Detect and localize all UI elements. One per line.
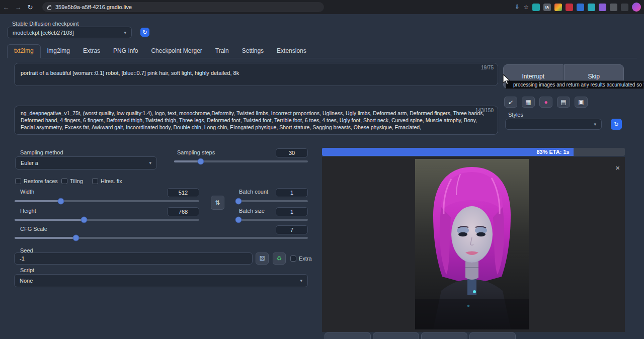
- slider-handle[interactable]: [57, 198, 64, 205]
- batch-size-label: Batch size: [239, 208, 265, 214]
- width-slider[interactable]: [15, 200, 199, 202]
- tab-png-info[interactable]: PNG Info: [107, 45, 144, 58]
- height-slider[interactable]: [15, 219, 199, 221]
- sd-webui: Stable Diffusion checkpoint model.ckpt […: [0, 14, 644, 339]
- generated-image[interactable]: [415, 159, 529, 329]
- hires-fix-checkbox[interactable]: [92, 178, 98, 184]
- slider-handle[interactable]: [235, 217, 242, 223]
- progress-fill: 83% ETA: 1s: [322, 148, 574, 156]
- script-value: None: [20, 278, 33, 284]
- cfg-scale-input[interactable]: [276, 225, 308, 234]
- tiling-checkbox[interactable]: [61, 178, 67, 184]
- batch-count-input[interactable]: [276, 188, 308, 197]
- save-style-button[interactable]: ▣: [575, 97, 588, 108]
- checkpoint-dropdown[interactable]: model.ckpt [cc6cb27103] ▾: [7, 27, 132, 38]
- gallery-action-button[interactable]: [325, 332, 371, 339]
- browser-extension-icon[interactable]: [599, 4, 606, 11]
- swap-width-height-button[interactable]: ⇅: [211, 196, 224, 210]
- cfg-scale-slider[interactable]: [15, 237, 308, 239]
- paste-generation-params-button[interactable]: ↙: [504, 97, 517, 108]
- negative-prompt-token-counter: 143/150: [475, 108, 494, 113]
- sampling-steps-label: Sampling steps: [177, 149, 215, 155]
- tab-extras[interactable]: Extras: [76, 45, 107, 58]
- extra-seed-checkbox[interactable]: [290, 256, 296, 262]
- batch-size-input[interactable]: [276, 207, 308, 216]
- browser-extension-icon[interactable]: [554, 4, 562, 11]
- styles-dropdown[interactable]: ▾: [505, 119, 602, 130]
- back-icon[interactable]: ←: [0, 4, 12, 11]
- tab-settings[interactable]: Settings: [235, 45, 270, 58]
- hires-fix-label: Hires. fix: [101, 178, 122, 184]
- screen: ← → ↻ 359e5b9a-a5ff-4216.gradio.live ⇩ ☆…: [0, 0, 644, 339]
- tab-txt2img[interactable]: txt2img: [7, 44, 41, 58]
- browser-extension-icon[interactable]: [566, 4, 573, 11]
- negative-prompt-input[interactable]: ng_deepnegative_v1_75t, (worst quality, …: [15, 106, 498, 134]
- height-input[interactable]: [167, 207, 199, 216]
- profile-avatar[interactable]: [632, 3, 641, 12]
- slider-handle[interactable]: [235, 198, 242, 205]
- restore-faces-label: Restore faces: [24, 178, 58, 184]
- forward-icon[interactable]: →: [12, 4, 24, 11]
- tab-extensions[interactable]: Extensions: [270, 45, 313, 58]
- width-label: Width: [20, 189, 34, 195]
- browser-extension-icon[interactable]: [588, 4, 595, 11]
- reload-icon[interactable]: ↻: [24, 4, 36, 11]
- sampling-steps-slider[interactable]: [174, 160, 308, 162]
- output-gallery: ×: [322, 157, 625, 332]
- extra-networks-icon: ●: [544, 99, 547, 106]
- browser-extension-icon[interactable]: [577, 4, 584, 11]
- download-icon[interactable]: ⇩: [515, 4, 520, 11]
- checkpoint-label: Stable Diffusion checkpoint: [12, 21, 79, 27]
- script-label: Script: [20, 267, 34, 273]
- prompt-token-counter: 19/75: [481, 65, 494, 70]
- tab-checkpoint-merger[interactable]: Checkpoint Merger: [144, 45, 208, 58]
- slider-handle[interactable]: [198, 158, 204, 165]
- tab-train[interactable]: Train: [209, 45, 235, 58]
- tiling-label: Tiling: [70, 178, 83, 184]
- gallery-action-button[interactable]: [469, 332, 516, 339]
- browser-toolbar-right: ⇩ ☆ IA: [515, 0, 641, 14]
- url-text[interactable]: 359e5b9a-a5ff-4216.gradio.live: [55, 4, 132, 10]
- random-seed-button[interactable]: ⚄: [256, 252, 269, 265]
- sampling-method-value: Euler a: [21, 160, 38, 166]
- batch-size-slider[interactable]: [235, 219, 308, 221]
- browser-chrome: ← → ↻ 359e5b9a-a5ff-4216.gradio.live ⇩ ☆…: [0, 0, 644, 14]
- clear-prompt-button[interactable]: ▦: [522, 97, 535, 108]
- address-bar[interactable]: 359e5b9a-a5ff-4216.gradio.live: [42, 2, 324, 12]
- interrupt-tooltip: processing images and return any results…: [506, 80, 644, 89]
- cfg-scale-label: CFG Scale: [20, 226, 47, 232]
- styles-label: Styles: [508, 112, 523, 118]
- reuse-seed-button[interactable]: ♻: [273, 252, 286, 265]
- refresh-styles-button[interactable]: ↻: [611, 119, 622, 130]
- side-panel-icon[interactable]: [621, 4, 628, 11]
- save-style-icon: ▣: [578, 99, 584, 106]
- slider-handle[interactable]: [80, 217, 87, 223]
- tabs-divider: [7, 58, 637, 58]
- close-preview-icon[interactable]: ×: [615, 164, 620, 172]
- sampling-steps-input[interactable]: [276, 148, 308, 157]
- browser-extension-icon[interactable]: [532, 4, 540, 11]
- batch-count-slider[interactable]: [235, 200, 308, 202]
- slider-handle[interactable]: [73, 235, 79, 241]
- prompt-input[interactable]: portrait of a beautiful [woman::0.1] rob…: [15, 63, 498, 86]
- batch-count-label: Batch count: [239, 189, 268, 195]
- tab-img2img[interactable]: img2img: [41, 45, 76, 58]
- width-input[interactable]: [167, 188, 199, 197]
- gallery-action-button[interactable]: [373, 332, 419, 339]
- progress-bar: 83% ETA: 1s: [322, 148, 625, 156]
- bookmark-star-icon[interactable]: ☆: [523, 4, 529, 11]
- extra-networks-button[interactable]: ●: [539, 97, 552, 108]
- sampling-method-dropdown[interactable]: Euler a ▾: [15, 156, 157, 170]
- seed-input[interactable]: [14, 252, 253, 265]
- restore-faces-checkbox[interactable]: [15, 178, 21, 184]
- chevron-down-icon: ▾: [594, 122, 596, 127]
- swap-dims-icon: ⇅: [215, 199, 220, 206]
- gallery-action-button[interactable]: [421, 332, 467, 339]
- browser-extension-icon[interactable]: IA: [543, 4, 551, 11]
- script-dropdown[interactable]: None ▾: [14, 274, 308, 287]
- puzzle-extensions-icon[interactable]: [610, 4, 617, 11]
- chevron-down-icon: ▾: [149, 160, 151, 165]
- apply-style-button[interactable]: ▤: [557, 97, 570, 108]
- refresh-checkpoint-button[interactable]: ↻: [140, 28, 149, 37]
- height-label: Height: [20, 208, 36, 214]
